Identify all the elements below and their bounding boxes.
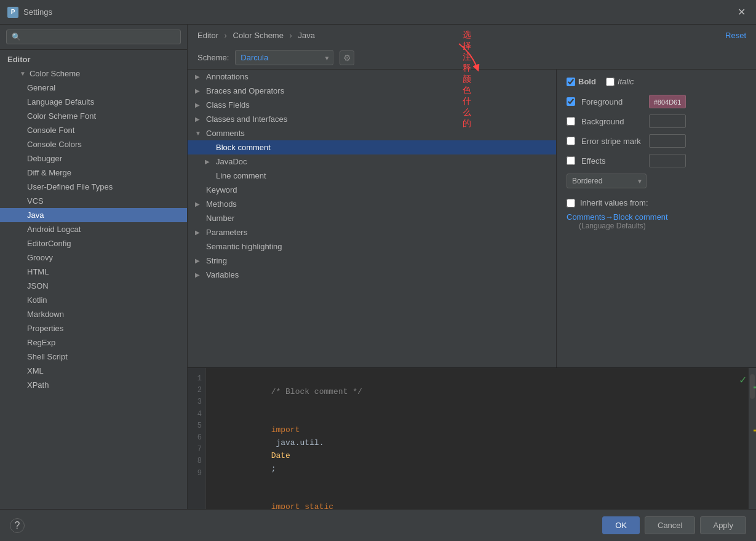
sidebar-item-shell-script[interactable]: Shell Script (0, 350, 187, 364)
sidebar-item-markdown[interactable]: Markdown (0, 307, 187, 321)
inherit-checkbox[interactable] (567, 199, 575, 207)
bold-check[interactable]: Bold (567, 77, 596, 86)
expand-icon: ▼ (20, 70, 26, 77)
tree-item-label: Class Fields (206, 100, 250, 110)
scheme-select[interactable]: Darcula Default High contrast Monokai (235, 50, 333, 65)
expand-icon: ▶ (195, 73, 202, 80)
properties-panel: Bold Italic Foreground #804D61 (557, 70, 756, 367)
tree-item-number[interactable]: Number (188, 211, 556, 225)
apply-button[interactable]: Apply (700, 516, 746, 534)
error-stripe-checkbox[interactable] (567, 137, 575, 145)
tree-item-braces[interactable]: ▶ Braces and Operators (188, 84, 556, 98)
sidebar-item-xml[interactable]: XML (0, 364, 187, 378)
breadcrumb-color-scheme: Color Scheme (233, 31, 284, 40)
sidebar: Editor ▼ Color Scheme General Language D… (0, 25, 188, 509)
code-span: Date (271, 451, 290, 460)
error-stripe-color-picker[interactable] (649, 134, 686, 148)
sidebar-item-kotlin[interactable]: Kotlin (0, 293, 187, 307)
tree-item-class-fields[interactable]: ▶ Class Fields (188, 98, 556, 112)
sidebar-item-xpath[interactable]: XPath (0, 378, 187, 392)
sidebar-item-label: Debugger (27, 154, 62, 163)
code-span: ; (271, 464, 276, 473)
close-button[interactable]: ✕ (734, 5, 749, 20)
tree-item-string[interactable]: ▶ String (188, 254, 556, 268)
sidebar-item-java[interactable]: Java (0, 208, 187, 222)
content-area: Editor › Color Scheme › Java 选择注释颜色什么的 (188, 25, 756, 509)
sidebar-item-groovy[interactable]: Groovy (0, 250, 187, 265)
title-bar: P Settings ✕ (0, 0, 756, 25)
sidebar-item-label: Groovy (27, 253, 53, 262)
sidebar-item-android-logcat[interactable]: Android Logcat (0, 222, 187, 236)
tree-item-comments[interactable]: ▼ Comments (188, 126, 556, 140)
sidebar-item-label: Shell Script (27, 352, 68, 361)
scheme-gear-button[interactable]: ⚙ (340, 50, 354, 65)
sidebar-item-label: HTML (27, 267, 49, 276)
cancel-button[interactable]: Cancel (645, 516, 695, 534)
bottom-bar: ? OK Cancel Apply (0, 509, 756, 541)
effects-checkbox[interactable] (567, 156, 575, 165)
tree-item-methods[interactable]: ▶ Methods (188, 197, 556, 211)
window-title: Settings (23, 7, 52, 17)
tree-item-keyword[interactable]: Keyword (188, 183, 556, 197)
help-button[interactable]: ? (10, 518, 25, 533)
italic-check[interactable]: Italic (606, 77, 634, 86)
tree-item-line-comment[interactable]: Line comment (188, 169, 556, 183)
expand-icon: ▶ (195, 102, 202, 108)
tree-item-variables[interactable]: ▶ Variables (188, 268, 556, 282)
sidebar-item-debugger[interactable]: Debugger (0, 151, 187, 166)
inherit-label: Inherit values from: (580, 198, 648, 207)
sidebar-item-console-font[interactable]: Console Font (0, 123, 187, 137)
sidebar-item-regexp[interactable]: RegExp (0, 335, 187, 350)
sidebar-item-properties[interactable]: Properties (0, 321, 187, 335)
scroll-marker-yellow (754, 430, 756, 431)
foreground-color-picker[interactable]: #804D61 (649, 95, 686, 108)
search-input[interactable] (6, 30, 181, 44)
sidebar-item-general[interactable]: General (0, 81, 187, 95)
sidebar-item-editorconfig[interactable]: EditorConfig (0, 236, 187, 250)
sidebar-item-diff-merge[interactable]: Diff & Merge (0, 166, 187, 180)
bold-checkbox[interactable] (567, 78, 575, 86)
sidebar-item-color-scheme-font[interactable]: Color Scheme Font (0, 109, 187, 123)
sidebar-item-console-colors[interactable]: Console Colors (0, 137, 187, 151)
effects-type-select[interactable]: Bordered Underline Bold underline Underw… (567, 174, 647, 188)
reset-button[interactable]: Reset (725, 31, 746, 40)
inherit-section: Inherit values from: Comments→Block comm… (567, 198, 746, 230)
tree-item-label: Semantic highlighting (206, 242, 282, 251)
code-scrollbar[interactable]: ✓ (749, 368, 756, 509)
sidebar-item-label: General (27, 83, 55, 92)
tree-item-block-comment[interactable]: Block comment (188, 140, 556, 154)
sidebar-item-vcs[interactable]: VCS (0, 194, 187, 208)
foreground-checkbox[interactable] (567, 97, 575, 106)
background-checkbox[interactable] (567, 117, 575, 126)
sidebar-item-label: Properties (27, 324, 63, 333)
expand-icon: ▶ (195, 271, 202, 278)
scheme-select-wrapper: Darcula Default High contrast Monokai (235, 50, 333, 65)
sidebar-item-user-defined[interactable]: User-Defined File Types (0, 180, 187, 194)
sidebar-item-language-defaults[interactable]: Language Defaults (0, 95, 187, 109)
tree-item-javadoc[interactable]: ▶ JavaDoc (188, 154, 556, 169)
code-line-1: /* Block comment */ (213, 373, 741, 411)
sidebar-item-html[interactable]: HTML (0, 265, 187, 279)
scheme-label: Scheme: (197, 53, 229, 62)
background-color-picker[interactable] (649, 114, 686, 128)
sidebar-item-label: Language Defaults (27, 97, 94, 106)
effects-select-wrapper: Bordered Underline Bold underline Underw… (567, 174, 647, 188)
sidebar-root-label: Editor (0, 52, 187, 66)
code-line-2: import java.util. Date ; (213, 411, 741, 488)
content-wrapper: Editor › Color Scheme › Java 选择注释颜色什么的 (188, 25, 756, 509)
tree-item-semantic-highlighting[interactable]: Semantic highlighting (188, 239, 556, 254)
breadcrumb-path: Editor › Color Scheme › Java (197, 31, 315, 40)
effects-color-picker[interactable] (649, 154, 686, 167)
inherit-link[interactable]: Comments→Block comment (567, 212, 668, 222)
sidebar-item-json[interactable]: JSON (0, 279, 187, 293)
panels: ▶ Annotations ▶ Braces and Operators ▶ C… (188, 69, 756, 367)
tree-item-classes-interfaces[interactable]: ▶ Classes and Interfaces (188, 112, 556, 126)
sidebar-item-label: User-Defined File Types (27, 182, 113, 191)
ok-button[interactable]: OK (602, 516, 640, 534)
sidebar-item-color-scheme[interactable]: ▼ Color Scheme (0, 66, 187, 81)
code-span: import (271, 425, 300, 435)
italic-checkbox[interactable] (606, 78, 615, 86)
tree-item-annotations[interactable]: ▶ Annotations (188, 70, 556, 84)
tree-item-parameters[interactable]: ▶ Parameters (188, 225, 556, 239)
expand-icon: ▶ (195, 257, 202, 264)
